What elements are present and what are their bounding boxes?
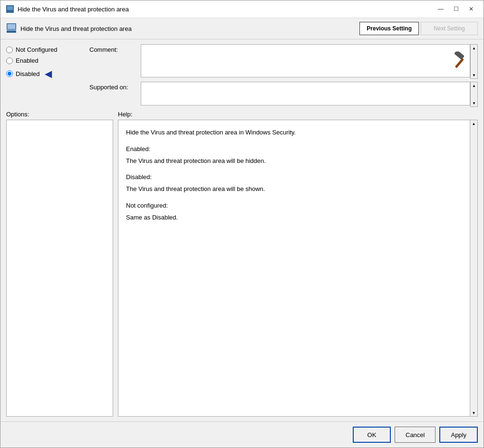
help-section-label: Help: xyxy=(118,111,478,118)
supported-on-row: Supported on: ▲ ▼ xyxy=(89,82,478,107)
header-bar: Hide the Virus and threat protection are… xyxy=(0,18,484,39)
help-not-configured-block: Not configured: Same as Disabled. xyxy=(126,201,460,223)
comment-row: Comment: ▲ ▼ xyxy=(89,44,478,79)
radio-not-configured-label: Not Configured xyxy=(16,46,57,53)
comment-scroll-up[interactable]: ▲ xyxy=(471,45,477,51)
header-icon xyxy=(6,23,17,35)
maximize-button[interactable]: ☐ xyxy=(449,4,463,14)
radio-disabled[interactable]: Disabled ◀ xyxy=(6,68,85,79)
next-setting-button[interactable]: Next Setting xyxy=(421,22,478,35)
window-controls: — ☐ ✕ xyxy=(434,4,478,14)
header-title: Hide the Virus and threat protection are… xyxy=(20,25,132,32)
radio-group: Not Configured Enabled Disabled ◀ xyxy=(6,44,85,107)
options-panel xyxy=(6,120,113,417)
radio-disabled-input[interactable] xyxy=(6,70,13,77)
supported-area-wrapper: ▲ ▼ xyxy=(141,82,478,107)
svg-rect-8 xyxy=(455,58,464,68)
main-content: Not Configured Enabled Disabled ◀ Commen… xyxy=(0,39,484,421)
help-scroll-up[interactable]: ▲ xyxy=(471,120,477,127)
supported-scroll-up[interactable]: ▲ xyxy=(471,82,477,89)
help-disabled-title: Disabled: xyxy=(126,172,460,182)
panels-container: Hide the Virus and threat protection are… xyxy=(6,120,478,417)
previous-setting-button[interactable]: Previous Setting xyxy=(359,22,419,35)
help-enabled-body: The Virus and threat protection area wil… xyxy=(126,156,460,166)
main-window: Hide the Virus and threat protection are… xyxy=(0,0,484,448)
supported-on-textarea[interactable] xyxy=(141,82,470,105)
help-disabled-body: The Virus and threat protection area wil… xyxy=(126,184,460,194)
close-button[interactable]: ✕ xyxy=(465,4,478,14)
help-panel: Hide the Virus and threat protection are… xyxy=(118,120,470,417)
help-panel-container: Hide the Virus and threat protection are… xyxy=(118,120,478,417)
svg-rect-6 xyxy=(8,24,15,29)
help-enabled-block: Enabled: The Virus and threat protection… xyxy=(126,144,460,166)
radio-enabled-label: Enabled xyxy=(16,57,39,64)
help-not-configured-title: Not configured: xyxy=(126,201,460,211)
title-bar: Hide the Virus and threat protection are… xyxy=(0,0,484,18)
comment-area-wrapper: ▲ ▼ xyxy=(141,44,478,79)
supported-scroll-down[interactable]: ▼ xyxy=(471,100,477,106)
svg-rect-2 xyxy=(7,11,13,12)
options-section-label: Options: xyxy=(6,111,113,118)
radio-enabled-input[interactable] xyxy=(6,57,13,64)
svg-rect-7 xyxy=(454,51,465,59)
help-enabled-title: Enabled: xyxy=(126,144,460,154)
help-intro-text: Hide the Virus and threat protection are… xyxy=(126,128,460,138)
disabled-arrow-icon: ◀ xyxy=(45,68,52,79)
help-intro-block: Hide the Virus and threat protection are… xyxy=(126,128,460,138)
help-label: Help: xyxy=(118,111,132,118)
cancel-button[interactable]: Cancel xyxy=(395,427,436,443)
help-scroll-down[interactable]: ▼ xyxy=(471,410,477,416)
window-icon xyxy=(6,5,14,13)
comment-scrollbar: ▲ ▼ xyxy=(470,44,478,79)
minimize-button[interactable]: — xyxy=(434,4,447,14)
window-title: Hide the Virus and threat protection are… xyxy=(18,6,129,13)
radio-enabled[interactable]: Enabled xyxy=(6,57,85,64)
header-navigation: Previous Setting Next Setting xyxy=(359,22,478,35)
section-labels-row: Options: Help: xyxy=(6,111,478,118)
supported-scrollbar: ▲ ▼ xyxy=(470,82,478,107)
options-label: Options: xyxy=(6,111,29,118)
help-disabled-block: Disabled: The Virus and threat protectio… xyxy=(126,172,460,194)
svg-rect-5 xyxy=(7,30,16,33)
help-not-configured-body: Same as Disabled. xyxy=(126,213,460,223)
title-bar-left: Hide the Virus and threat protection are… xyxy=(6,5,129,13)
hammer-icon xyxy=(451,51,467,72)
help-scrollbar: ▲ ▼ xyxy=(470,120,478,417)
apply-button[interactable]: Apply xyxy=(439,427,478,443)
supported-on-label: Supported on: xyxy=(89,82,137,91)
radio-not-configured-input[interactable] xyxy=(6,47,13,53)
radio-disabled-label: Disabled xyxy=(16,70,40,77)
header-bar-left: Hide the Virus and threat protection are… xyxy=(6,23,132,35)
comment-scroll-down[interactable]: ▼ xyxy=(471,72,477,78)
svg-rect-1 xyxy=(7,6,13,10)
radio-not-configured[interactable]: Not Configured xyxy=(6,46,85,53)
ok-button[interactable]: OK xyxy=(353,427,391,443)
comment-label: Comment: xyxy=(89,44,137,53)
footer-bar: OK Cancel Apply xyxy=(0,421,484,448)
comment-textarea[interactable] xyxy=(141,44,470,77)
